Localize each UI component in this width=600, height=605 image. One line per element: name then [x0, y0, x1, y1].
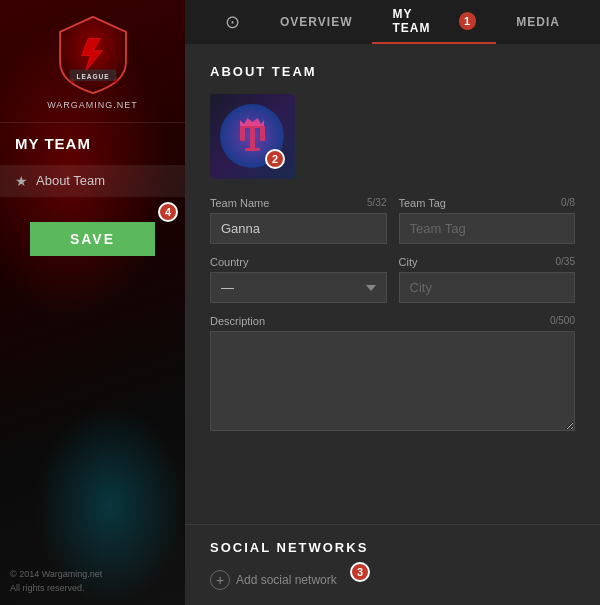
team-tag-counter: 0/8: [561, 197, 575, 209]
annotation-badge-4: 4: [158, 202, 178, 222]
about-team-nav-label: About Team: [36, 173, 105, 188]
country-select[interactable]: —: [210, 272, 387, 303]
sidebar-navigation: ★ About Team: [0, 160, 185, 202]
add-social-network[interactable]: + Add social network 3: [210, 570, 575, 590]
wargaming-logo: ★ ★ LEAGUE: [53, 15, 133, 95]
team-name-input[interactable]: [210, 213, 387, 244]
country-city-row: Country — City 0/35: [210, 256, 575, 303]
top-navigation: ⊙ OVERVIEW MY TEAM 1 MEDIA: [185, 0, 600, 44]
about-team-title: ABOUT TEAM: [210, 64, 575, 79]
team-tag-input[interactable]: [399, 213, 576, 244]
logo-area: ★ ★ LEAGUE WARGAMING.NET: [0, 0, 185, 122]
nav-item-overview[interactable]: OVERVIEW: [260, 0, 372, 44]
team-logo-area: 2: [210, 94, 575, 179]
nav-item-my-team[interactable]: MY TEAM 1: [372, 0, 496, 44]
nav-logo-icon[interactable]: ⊙: [205, 11, 260, 33]
team-name-tag-row: Team Name 5/32 Team Tag 0/8: [210, 197, 575, 244]
save-button[interactable]: SAVE: [30, 222, 155, 256]
about-team-section: ABOUT TEAM: [185, 44, 600, 524]
description-label: Description: [210, 315, 265, 327]
team-tag-group: Team Tag 0/8: [399, 197, 576, 244]
city-counter: 0/35: [556, 256, 575, 268]
sidebar: ★ ★ LEAGUE WARGAMING.NET MY TEAM ★ About…: [0, 0, 185, 605]
description-group: Description 0/500: [210, 315, 575, 431]
brand-name: WARGAMING.NET: [47, 100, 138, 112]
team-tag-label: Team Tag: [399, 197, 447, 209]
team-logo[interactable]: [210, 94, 295, 179]
social-networks-section: SOCIAL NETWORKS + Add social network 3: [185, 524, 600, 605]
country-group: Country —: [210, 256, 387, 303]
my-team-heading: MY TEAM: [0, 122, 185, 160]
svg-rect-7: [260, 126, 265, 141]
annotation-badge-3: 3: [350, 562, 370, 582]
description-counter: 0/500: [550, 315, 575, 327]
team-name-group: Team Name 5/32: [210, 197, 387, 244]
add-social-label: Add social network: [236, 573, 337, 587]
nav-item-media[interactable]: MEDIA: [496, 0, 580, 44]
svg-rect-9: [245, 148, 260, 151]
team-name-label: Team Name: [210, 197, 269, 209]
city-input[interactable]: [399, 272, 576, 303]
copyright: © 2014 Wargaming.net All rights reserved…: [10, 568, 102, 595]
social-networks-title: SOCIAL NETWORKS: [210, 540, 575, 555]
description-textarea[interactable]: [210, 331, 575, 431]
star-icon: ★: [15, 173, 28, 189]
sidebar-item-about-team[interactable]: ★ About Team: [0, 165, 185, 197]
city-label: City: [399, 256, 418, 268]
city-group: City 0/35: [399, 256, 576, 303]
team-name-counter: 5/32: [367, 197, 386, 209]
annotation-badge-2: 2: [265, 149, 285, 169]
svg-text:LEAGUE: LEAGUE: [76, 73, 109, 80]
country-label: Country: [210, 256, 249, 268]
add-social-icon: +: [210, 570, 230, 590]
my-team-badge: 1: [459, 12, 476, 30]
main-content: ⊙ OVERVIEW MY TEAM 1 MEDIA ABOUT TEAM: [185, 0, 600, 605]
svg-rect-6: [240, 126, 245, 141]
